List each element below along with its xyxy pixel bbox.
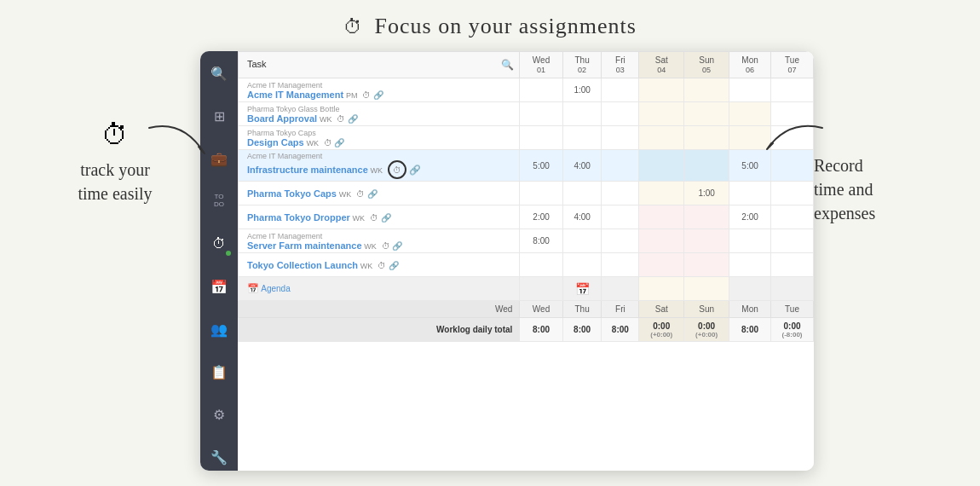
sidebar-icon-wrench[interactable]: 🔧 (205, 443, 233, 471)
task-cell-sat[interactable] (639, 78, 684, 102)
task-cell-mon[interactable]: 2:00 (729, 205, 771, 229)
sidebar-icon-search[interactable]: 🔍 (205, 60, 233, 87)
task-cell-fri[interactable] (602, 78, 639, 102)
worklog-total-sat: 0:00(+0:00) (639, 318, 684, 342)
agenda-label-cell[interactable]: 📅 Agenda (239, 277, 520, 301)
task-cell-tue[interactable] (771, 182, 814, 205)
task-cell-wed[interactable]: 5:00 (520, 150, 562, 182)
content-area: Task 🔍 Wed01 Thu02 Fri03 Sat04 Sun05 Mon… (238, 51, 814, 471)
task-cell-sat[interactable] (639, 205, 684, 229)
task-title[interactable]: Pharma Tokyo Dropper (247, 212, 350, 223)
task-cell-sun[interactable] (684, 126, 729, 150)
worklog-day-tue: Tue (771, 301, 814, 318)
sidebar-icon-calendar[interactable]: 📅 (205, 273, 233, 300)
task-cell-thu[interactable] (562, 229, 602, 253)
task-cell-sun[interactable] (684, 102, 729, 126)
task-cell-sat[interactable] (639, 126, 684, 150)
task-cell-tue[interactable] (771, 205, 814, 229)
task-cell-mon[interactable] (729, 78, 771, 102)
task-cell-sat[interactable] (639, 102, 684, 126)
task-cell-thu[interactable] (562, 102, 602, 126)
agenda-row: 📅 Agenda 📅 (239, 277, 814, 301)
task-title[interactable]: Board Approval (247, 113, 317, 124)
task-cell-mon[interactable] (729, 253, 771, 277)
agenda-cell-wed[interactable] (520, 277, 562, 301)
agenda-label: Agenda (261, 284, 290, 293)
task-cell-thu[interactable]: 1:00 (562, 78, 602, 102)
task-cell-fri[interactable] (602, 205, 639, 229)
task-cell-fri[interactable] (602, 229, 639, 253)
worklog-header-row: Wed Wed Thu Fri Sat Sun Mon Tue (239, 301, 814, 318)
task-cell-thu[interactable]: 4:00 (562, 150, 602, 182)
task-cell-sun[interactable] (684, 78, 729, 102)
table-row: Pharma Tokyo Caps Design Caps WK ⏱ 🔗 (239, 126, 814, 150)
table-row: Acme IT Management Acme IT Management PM… (239, 78, 814, 102)
task-cell-sat[interactable] (639, 150, 684, 182)
task-cell-thu[interactable] (562, 182, 602, 205)
task-title[interactable]: Infrastructure maintenance (247, 165, 368, 175)
sidebar-icon-timer[interactable]: ⏱ (205, 230, 233, 257)
task-name-cell: Pharma Tokyo Dropper WK ⏱ 🔗 (239, 205, 520, 229)
task-cell-wed[interactable] (520, 182, 562, 205)
sidebar-icon-list[interactable]: 📋 (205, 358, 233, 385)
agenda-cell-sun[interactable] (684, 277, 729, 301)
agenda-cell-sat[interactable] (639, 277, 684, 301)
task-cell-sun[interactable] (684, 150, 729, 182)
task-cell-fri[interactable] (602, 150, 639, 182)
task-icons: ⏱ 🔗 (382, 241, 403, 251)
agenda-cell-mon[interactable] (729, 277, 771, 301)
task-cell-sun[interactable] (684, 205, 729, 229)
task-cell-mon[interactable] (729, 182, 771, 205)
task-cell-sun[interactable] (684, 253, 729, 277)
sidebar-icon-users[interactable]: 👥 (205, 315, 233, 343)
worklog-day-fri: Fri (602, 301, 639, 318)
task-cell-tue[interactable] (771, 253, 814, 277)
task-cell-sun[interactable]: 1:00 (684, 182, 729, 205)
task-cell-tue[interactable] (771, 229, 814, 253)
task-cell-sat[interactable] (639, 182, 684, 205)
task-icons: ⏱ 🔗 (370, 213, 391, 223)
day-header-tue: Tue07 (771, 52, 814, 78)
task-cell-wed[interactable] (520, 253, 562, 277)
task-parent: Acme IT Management (247, 232, 516, 240)
sidebar-icon-todo[interactable]: TODO (205, 188, 233, 215)
task-icons: ⏱ 🔗 (324, 138, 345, 148)
task-cell-mon[interactable] (729, 229, 771, 253)
task-cell-wed[interactable] (520, 78, 562, 102)
task-cell-fri[interactable] (602, 253, 639, 277)
search-button[interactable]: 🔍 (501, 59, 514, 71)
sidebar-icon-settings[interactable]: ⚙ (205, 401, 233, 428)
task-cell-wed[interactable]: 8:00 (520, 229, 562, 253)
task-cell-sun[interactable] (684, 229, 729, 253)
table-row: Pharma Tokyo Caps WK ⏱ 🔗 1:00 (239, 182, 814, 205)
task-cell-thu[interactable] (562, 126, 602, 150)
agenda-cell-thu[interactable]: 📅 (562, 277, 602, 301)
agenda-cell-tue[interactable] (771, 277, 814, 301)
agenda-cell-fri[interactable] (602, 277, 639, 301)
clock-icon: ⏱ (343, 16, 363, 38)
day-header-sun: Sun05 (684, 52, 729, 78)
task-title[interactable]: Pharma Tokyo Caps (247, 188, 337, 199)
task-cell-wed[interactable]: 2:00 (520, 205, 562, 229)
task-cell-tue[interactable] (771, 78, 814, 102)
task-cell-sat[interactable] (639, 253, 684, 277)
task-cell-fri[interactable] (602, 182, 639, 205)
task-cell-fri[interactable] (602, 102, 639, 126)
task-cell-fri[interactable] (602, 126, 639, 150)
task-cell-wed[interactable] (520, 126, 562, 150)
task-title[interactable]: Tokyo Collection Launch (247, 260, 358, 270)
task-name-cell: Pharma Tokyo Glass Bottle Board Approval… (239, 102, 520, 126)
task-title[interactable]: Server Farm maintenance (247, 240, 362, 251)
task-title[interactable]: Design Caps (247, 137, 304, 148)
task-cell-wed[interactable] (520, 102, 562, 126)
task-cell-thu[interactable]: 4:00 (562, 205, 602, 229)
task-icons: ⏱ 🔗 (362, 90, 383, 100)
task-title[interactable]: Acme IT Management (247, 90, 343, 100)
task-type: PM (346, 91, 358, 100)
task-cell-sat[interactable] (639, 229, 684, 253)
task-cell-thu[interactable] (562, 253, 602, 277)
task-type: WK (364, 242, 377, 251)
task-parent: Acme IT Management (247, 152, 516, 160)
task-icons: ⏱ 🔗 (356, 189, 378, 199)
task-type: WK (353, 214, 366, 223)
